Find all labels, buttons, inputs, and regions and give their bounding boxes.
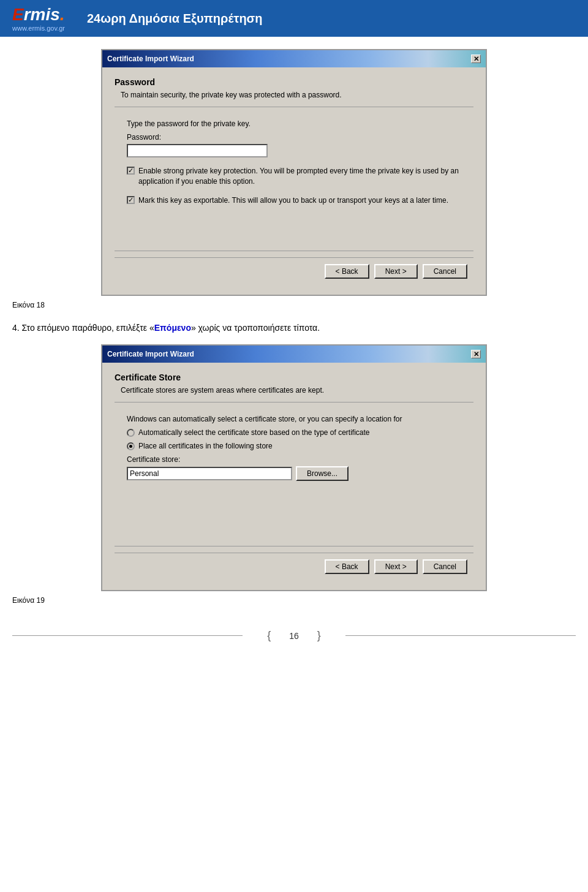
cert-store-row: Browse... (127, 466, 467, 481)
page-number: 16 (283, 631, 305, 641)
titlebar18: Certificate Import Wizard ✕ (102, 50, 486, 67)
header-title: 24ωρη Δημόσια Εξυπηρέτηση (87, 12, 263, 26)
dialog18-title: Certificate Import Wizard (107, 55, 194, 63)
cert-store-label: Certificate store: (127, 455, 467, 464)
instruction-text-after: » χωρίς να τροποποιήσετε τίποτα. (191, 323, 320, 333)
section19-desc: Certificate stores are system areas wher… (121, 386, 473, 395)
dialog18-body: Password To maintain security, the priva… (102, 67, 486, 295)
divider19-top (115, 402, 473, 403)
divider19-bottom (115, 546, 473, 546)
next-button19[interactable]: Next > (374, 559, 418, 574)
header: E rmis . www.ermis.gov.gr 24ωρη Δημόσια … (0, 0, 588, 37)
inner19: Windows can automatically select a certi… (115, 409, 473, 491)
checkbox1-text: Enable strong private key protection. Yo… (138, 166, 467, 187)
logo-url: www.ermis.gov.gr (12, 25, 65, 32)
titlebar19: Certificate Import Wizard ✕ (102, 346, 486, 363)
figure18-dialog: Certificate Import Wizard ✕ Password To … (101, 49, 487, 296)
divider18-bottom (115, 251, 473, 251)
main-content: Certificate Import Wizard ✕ Password To … (0, 37, 588, 673)
browse-button[interactable]: Browse... (296, 466, 349, 481)
radio1-text: Automatically select the certificate sto… (138, 428, 370, 437)
section18-title: Password (115, 77, 473, 87)
footer-center: { 16 } (267, 629, 321, 642)
section19-title: Certificate Store (115, 372, 473, 382)
logo-area: E rmis . www.ermis.gov.gr 24ωρη Δημόσια … (12, 5, 263, 32)
close-button18[interactable]: ✕ (471, 55, 481, 63)
checkbox1[interactable] (127, 167, 135, 175)
radio2[interactable] (127, 442, 135, 450)
buttons18: < Back Next > Cancel (115, 257, 473, 285)
radio1[interactable] (127, 429, 135, 437)
footer-line-left (12, 635, 243, 636)
close-button19[interactable]: ✕ (471, 350, 481, 358)
checkbox2-text: Mark this key as exportable. This will a… (138, 195, 448, 206)
buttons19: < Back Next > Cancel (115, 553, 473, 580)
dialog19-body: Certificate Store Certificate stores are… (102, 363, 486, 590)
back-button19[interactable]: < Back (325, 559, 369, 574)
checkbox2[interactable] (127, 196, 135, 204)
footer-line-right (345, 635, 576, 636)
inner18: Type the password for the private key. P… (115, 113, 473, 220)
section18-desc: To maintain security, the private key wa… (121, 91, 473, 99)
next-button18[interactable]: Next > (374, 264, 418, 279)
password-input[interactable] (127, 144, 268, 157)
radio2-text: Place all certificates in the following … (138, 442, 273, 450)
caption19: Εικόνα 19 (12, 596, 576, 605)
caption18: Εικόνα 18 (12, 301, 576, 309)
radio1-row: Automatically select the certificate sto… (127, 428, 467, 437)
password-input-row (127, 144, 467, 157)
dialog19-title: Certificate Import Wizard (107, 350, 194, 358)
checkbox2-row: Mark this key as exportable. This will a… (127, 195, 467, 206)
checkbox1-row: Enable strong private key protection. Yo… (127, 166, 467, 187)
instruction18: Type the password for the private key. (127, 119, 467, 128)
cert-store-input[interactable] (127, 467, 292, 480)
cancel-button18[interactable]: Cancel (423, 264, 467, 279)
instruction-text-before: 4. Στο επόμενο παράθυρο, επιλέξτε « (12, 323, 154, 333)
cancel-button19[interactable]: Cancel (423, 559, 467, 574)
radio2-row: Place all certificates in the following … (127, 442, 467, 450)
instruction19: Windows can automatically select a certi… (127, 415, 467, 423)
password-label: Password: (127, 133, 467, 142)
figure19-dialog: Certificate Import Wizard ✕ Certificate … (101, 344, 487, 591)
instruction-link: Επόμενο (154, 323, 191, 333)
back-button18[interactable]: < Back (325, 264, 369, 279)
page-footer: { 16 } (12, 617, 576, 648)
divider18-top (115, 107, 473, 107)
instruction-between: 4. Στο επόμενο παράθυρο, επιλέξτε «Επόμε… (12, 322, 576, 334)
